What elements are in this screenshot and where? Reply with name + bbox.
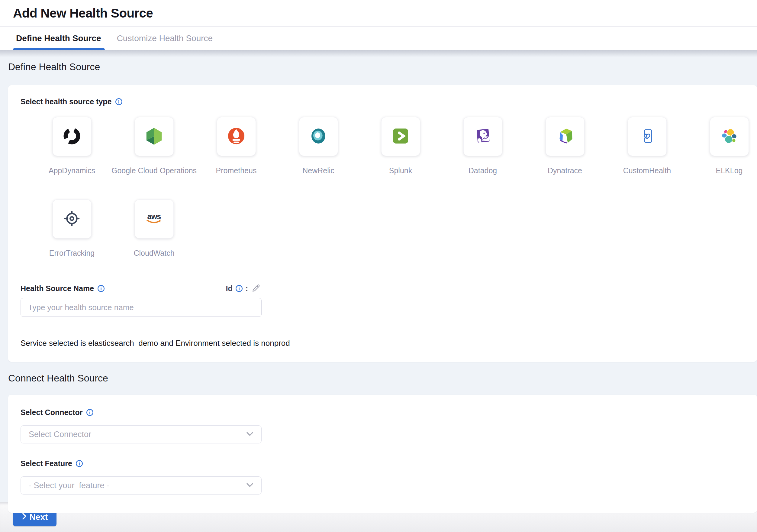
next-button-label: Next: [30, 512, 48, 522]
errortracking-icon: [62, 208, 82, 230]
source-tile-cloudwatch[interactable]: aws CloudWatch: [113, 200, 195, 258]
source-tile-appdynamics[interactable]: AppDynamics: [31, 117, 113, 175]
source-tile-splunk[interactable]: Splunk: [359, 117, 441, 175]
info-icon[interactable]: [76, 460, 83, 467]
chevron-down-icon: [246, 432, 254, 437]
info-icon[interactable]: [115, 98, 123, 106]
source-tile-dynatrace[interactable]: Dynatrace: [524, 117, 606, 175]
chevron-down-icon: [246, 483, 254, 488]
select-type-label: Select health source type: [20, 97, 112, 106]
splunk-icon: [390, 126, 411, 147]
select-feature-label: Select Feature: [20, 459, 72, 468]
source-tile-prometheus[interactable]: Prometheus: [195, 117, 277, 175]
datadog-icon: [472, 125, 493, 148]
id-colon: :: [246, 284, 248, 293]
google-cloud-operations-icon: [143, 125, 165, 148]
id-label: Id: [226, 284, 232, 293]
source-tile-customhealth[interactable]: CustomHealth: [606, 117, 688, 175]
info-icon[interactable]: [97, 285, 105, 292]
dialog-header: Add New Health Source: [0, 0, 757, 27]
source-tile-row: ErrorTracking aws CloudWatch: [20, 200, 757, 258]
prometheus-icon: [226, 125, 247, 148]
health-source-name-input[interactable]: [20, 298, 261, 317]
source-tile-datadog[interactable]: Datadog: [441, 117, 524, 175]
svg-text:aws: aws: [147, 212, 161, 220]
connect-health-source-card: Select Connector Select Connector Select…: [8, 395, 757, 513]
edit-id-pencil-icon[interactable]: [251, 283, 261, 294]
connector-select-value: Select Connector: [29, 430, 91, 439]
service-environment-note: Service selected is elasticsearch_demo a…: [20, 338, 757, 348]
connector-select[interactable]: Select Connector: [20, 425, 261, 443]
info-icon[interactable]: [86, 409, 94, 416]
newrelic-icon: [308, 126, 329, 147]
elklog-icon: [719, 126, 740, 147]
page-title: Add New Health Source: [13, 6, 153, 20]
health-source-name-label: Health Source Name: [20, 284, 94, 293]
source-tile-google-cloud-operations[interactable]: Google Cloud Operations: [113, 117, 195, 175]
define-section-heading: Define Health Source: [8, 50, 757, 73]
tab-define-health-source[interactable]: Define Health Source: [16, 27, 101, 50]
cloudwatch-aws-icon: aws: [143, 208, 165, 231]
appdynamics-icon: [61, 125, 83, 148]
source-tile-elklog[interactable]: ELKLog: [688, 117, 757, 175]
connect-section-heading: Connect Health Source: [8, 362, 757, 384]
source-tile-row: AppDynamics Google Cloud Operations: [20, 117, 757, 175]
tab-label: Define Health Source: [16, 34, 101, 43]
tab-bar: Define Health Source Customize Health So…: [0, 27, 757, 50]
source-tile-newrelic[interactable]: NewRelic: [277, 117, 359, 175]
chevron-right-icon: [22, 512, 27, 522]
main-content: Define Health Source Select health sourc…: [0, 50, 757, 502]
customhealth-icon: [637, 126, 657, 147]
tab-customize-health-source[interactable]: Customize Health Source: [117, 27, 213, 50]
define-health-source-card: Select health source type AppDynamics: [8, 85, 757, 362]
source-tile-errortracking[interactable]: ErrorTracking: [31, 200, 113, 258]
tab-label: Customize Health Source: [117, 34, 213, 43]
dynatrace-icon: [554, 125, 575, 148]
feature-select[interactable]: - Select your feature -: [20, 476, 261, 494]
info-icon[interactable]: [235, 285, 243, 292]
select-connector-label: Select Connector: [20, 408, 83, 417]
feature-select-value: - Select your feature -: [29, 481, 109, 490]
